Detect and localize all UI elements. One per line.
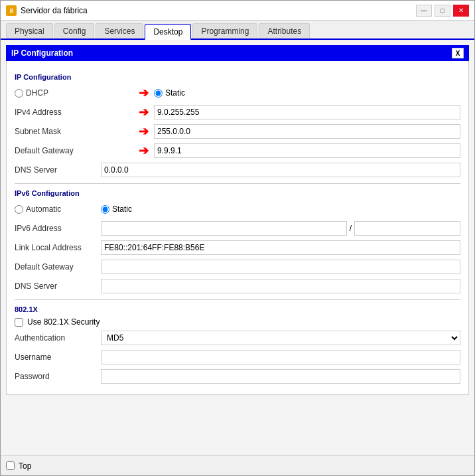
title-bar-left: 🖥 Servidor da fábrica <box>6 5 88 16</box>
ipv6-static-label[interactable]: Static <box>112 204 132 214</box>
ipv6-static-radio-item[interactable]: Static <box>101 204 132 214</box>
ipv4-label: IPv4 Address <box>15 108 101 117</box>
link-local-row: Link Local Address <box>15 240 460 256</box>
gateway-label: Default Gateway <box>15 146 101 155</box>
window-title: Servidor da fábrica <box>21 6 88 15</box>
divider-dot1x <box>15 299 460 300</box>
static-radio[interactable] <box>154 89 163 98</box>
password-label: Password <box>15 372 101 381</box>
tab-config[interactable]: Config <box>54 23 95 39</box>
username-input[interactable] <box>101 350 460 364</box>
dhcp-radio-item[interactable]: DHCP <box>15 88 101 98</box>
panel-body: IP Configuration DHCP ➔ Static <box>6 61 469 395</box>
automatic-label[interactable]: Automatic <box>26 204 61 214</box>
panel-close-button[interactable]: X <box>452 48 464 58</box>
tab-services[interactable]: Services <box>96 23 143 39</box>
tab-attributes[interactable]: Attributes <box>259 23 310 39</box>
ipv6-dns-label: DNS Server <box>15 281 101 291</box>
title-bar: 🖥 Servidor da fábrica — □ ✕ <box>1 1 474 21</box>
username-label: Username <box>15 353 101 362</box>
minimize-button[interactable]: — <box>416 5 432 17</box>
divider-ipv6 <box>15 183 460 184</box>
auth-row: Authentication MD5 EAP-TLS PEAP <box>15 330 460 346</box>
subnet-input[interactable] <box>154 124 460 139</box>
panel-header: IP Configuration X <box>6 45 469 61</box>
dns-label: DNS Server <box>15 165 101 175</box>
ipv6-static-radio[interactable] <box>101 205 109 214</box>
arrow-subnet: ➔ <box>139 124 149 139</box>
static-label[interactable]: Static <box>165 88 185 98</box>
dhcp-label-area: DHCP <box>15 88 101 98</box>
ip-config-section-title: IP Configuration <box>15 73 460 81</box>
link-local-label: Link Local Address <box>15 243 101 252</box>
ipv6-gateway-input[interactable] <box>101 260 460 274</box>
ipv6-gateway-row: Default Gateway <box>15 259 460 275</box>
dns-row: DNS Server <box>15 162 460 178</box>
window-close-button[interactable]: ✕ <box>453 5 469 17</box>
ipv4-row: IPv4 Address ➔ <box>15 104 460 120</box>
ipv6-address-input[interactable] <box>101 221 347 236</box>
gateway-row: Default Gateway ➔ <box>15 143 460 159</box>
ipv4-input[interactable] <box>154 105 460 119</box>
ipv6-address-label: IPv6 Address <box>15 224 101 233</box>
username-row: Username <box>15 349 460 365</box>
ipv6-gateway-label: Default Gateway <box>15 262 101 272</box>
ipv6-address-row: IPv6 Address / <box>15 220 460 236</box>
ipv6-prefix-input[interactable] <box>354 221 460 236</box>
dns-input[interactable] <box>101 163 460 177</box>
use-dot1x-label[interactable]: Use 802.1X Security <box>27 317 100 327</box>
auth-label: Authentication <box>15 333 101 343</box>
arrow-static: ➔ <box>139 86 149 100</box>
title-controls: — □ ✕ <box>416 5 469 17</box>
use-dot1x-checkbox[interactable] <box>15 318 23 327</box>
ipv6-auto-label-area: Automatic <box>15 204 101 214</box>
static-radio-item[interactable]: Static <box>154 88 185 98</box>
main-window: 🖥 Servidor da fábrica — □ ✕ Physical Con… <box>0 0 475 476</box>
link-local-input[interactable] <box>101 240 460 255</box>
window-icon: 🖥 <box>6 5 17 16</box>
ipv6-config-section-title: IPv6 Configuration <box>15 189 460 197</box>
password-input[interactable] <box>101 369 460 384</box>
tab-programming[interactable]: Programming <box>192 23 257 39</box>
ipv6-dns-row: DNS Server <box>15 278 460 294</box>
bottom-bar: Top <box>1 455 474 475</box>
auth-select[interactable]: MD5 EAP-TLS PEAP <box>101 331 460 345</box>
top-checkbox-row: Top <box>6 461 31 471</box>
tab-desktop[interactable]: Desktop <box>145 24 191 40</box>
top-checkbox[interactable] <box>6 461 15 470</box>
arrow-gateway: ➔ <box>139 143 149 158</box>
password-row: Password <box>15 368 460 384</box>
dhcp-radio[interactable] <box>15 89 23 98</box>
top-label[interactable]: Top <box>19 461 31 471</box>
maximize-button[interactable]: □ <box>435 5 450 17</box>
dot1x-section-title: 802.1X <box>15 305 460 313</box>
content-area: IP Configuration X IP Configuration DHCP… <box>1 40 474 455</box>
tab-bar: Physical Config Services Desktop Program… <box>1 21 474 40</box>
tab-physical[interactable]: Physical <box>6 23 53 39</box>
subnet-row: Subnet Mask ➔ <box>15 123 460 139</box>
panel-title: IP Configuration <box>11 48 73 58</box>
gateway-input[interactable] <box>154 143 460 158</box>
arrow-ipv4: ➔ <box>139 105 149 119</box>
use-dot1x-row: Use 802.1X Security <box>15 317 460 327</box>
automatic-radio-item[interactable]: Automatic <box>15 204 101 214</box>
subnet-label: Subnet Mask <box>15 127 101 136</box>
dhcp-label[interactable]: DHCP <box>26 88 48 98</box>
ipv6-input-group: / <box>101 221 460 236</box>
automatic-radio[interactable] <box>15 205 23 214</box>
ipv6-dns-input[interactable] <box>101 279 460 293</box>
ipv6-mode-row: Automatic Static <box>15 201 460 217</box>
ipv6-slash: / <box>350 224 352 233</box>
dhcp-static-row: DHCP ➔ Static <box>15 85 460 101</box>
